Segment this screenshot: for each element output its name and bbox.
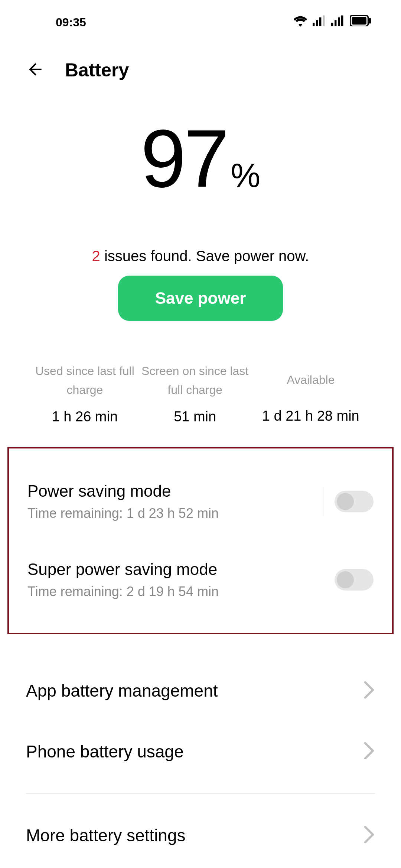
power-saving-title: Power saving mode [27, 482, 219, 500]
phone-battery-usage-label: Phone battery usage [26, 742, 184, 762]
save-power-button[interactable]: Save power [118, 276, 283, 321]
more-battery-settings-row[interactable]: More battery settings [26, 805, 375, 866]
stat-screen: Screen on since last full charge 51 min [140, 362, 250, 425]
svg-rect-7 [338, 17, 340, 26]
super-saving-sub: Time remaining: 2 d 19 h 54 min [27, 584, 219, 599]
svg-rect-4 [323, 16, 325, 26]
battery-percent: 97 % [141, 118, 261, 200]
svg-rect-1 [313, 23, 314, 26]
chevron-right-icon [364, 742, 375, 761]
power-saving-row[interactable]: Power saving mode Time remaining: 1 d 23… [27, 471, 374, 532]
power-saving-sub: Time remaining: 1 d 23 h 52 min [27, 506, 219, 521]
more-battery-settings-label: More battery settings [26, 825, 186, 845]
status-time: 09:35 [56, 16, 86, 29]
power-modes-highlight: Power saving mode Time remaining: 1 d 23… [7, 447, 394, 634]
svg-rect-8 [341, 16, 343, 26]
stat-used-label: Used since last full charge [30, 362, 140, 400]
app-battery-management-row[interactable]: App battery management [26, 660, 375, 721]
status-bar: 09:35 [0, 0, 401, 37]
stat-available-label: Available [250, 362, 371, 399]
svg-rect-11 [369, 18, 371, 24]
svg-rect-10 [352, 17, 366, 25]
stats-row: Used since last full charge 1 h 26 min S… [0, 362, 401, 425]
stat-available-value: 1 d 21 h 28 min [250, 408, 371, 424]
stat-screen-label: Screen on since last full charge [140, 362, 250, 400]
issues-count: 2 [92, 248, 100, 264]
power-saving-toggle[interactable] [335, 491, 374, 512]
super-saving-title: Super power saving mode [27, 560, 219, 579]
battery-icon [350, 15, 371, 29]
svg-rect-3 [319, 17, 321, 26]
battery-percent-value: 97 [141, 118, 227, 200]
svg-rect-5 [331, 23, 333, 26]
issues-suffix: issues found. Save power now. [100, 248, 309, 264]
chevron-right-icon [364, 681, 375, 700]
battery-percent-symbol: % [231, 157, 260, 195]
page-title: Battery [65, 59, 129, 81]
phone-battery-usage-row[interactable]: Phone battery usage [26, 721, 375, 782]
wifi-icon [293, 15, 307, 30]
signal-1-icon [313, 15, 326, 29]
svg-rect-6 [335, 20, 336, 26]
list-divider [26, 793, 375, 794]
signal-2-icon [331, 15, 345, 29]
app-battery-management-label: App battery management [26, 681, 218, 701]
svg-rect-2 [316, 20, 318, 26]
battery-hero: 97 % 2 issues found. Save power now. Sav… [0, 118, 401, 321]
stat-screen-value: 51 min [140, 409, 250, 425]
app-bar: Battery [0, 37, 401, 92]
vertical-divider [323, 487, 323, 516]
svg-point-0 [299, 24, 301, 26]
issues-text: 2 issues found. Save power now. [0, 248, 401, 264]
status-icons [293, 15, 371, 30]
stat-used: Used since last full charge 1 h 26 min [30, 362, 140, 425]
super-saving-row[interactable]: Super power saving mode Time remaining: … [27, 549, 374, 611]
settings-list: App battery management Phone battery usa… [0, 660, 401, 866]
chevron-right-icon [364, 826, 375, 845]
stat-available: Available 1 d 21 h 28 min [250, 362, 371, 425]
back-icon[interactable] [26, 60, 45, 80]
super-saving-toggle[interactable] [335, 569, 374, 591]
stat-used-value: 1 h 26 min [30, 409, 140, 425]
